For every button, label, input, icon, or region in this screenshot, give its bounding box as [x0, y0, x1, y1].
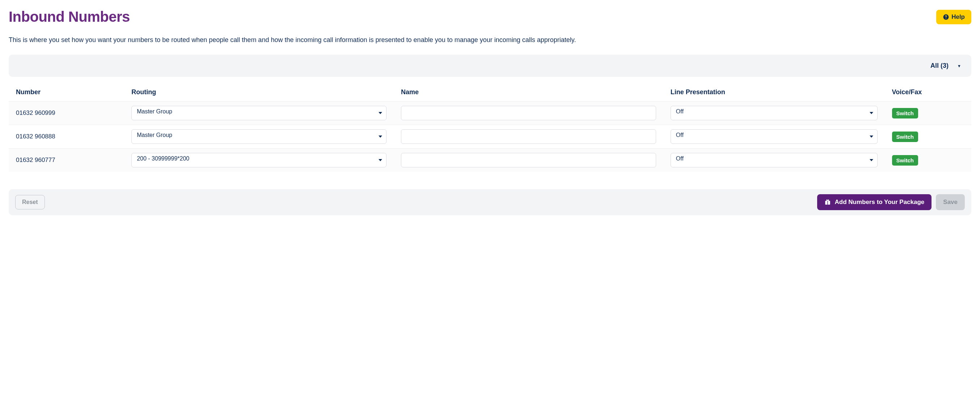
line-presentation-select[interactable]: Off: [671, 153, 878, 168]
add-numbers-button[interactable]: Add Numbers to Your Package: [817, 194, 932, 210]
table-row: 01632 960888 Master Group Off Switch: [9, 125, 971, 149]
column-header-name: Name: [394, 83, 663, 101]
help-button[interactable]: Help: [936, 10, 971, 24]
add-numbers-button-label: Add Numbers to Your Package: [835, 198, 924, 206]
routing-select[interactable]: 200 - 30999999*200: [131, 153, 387, 168]
table-row: 01632 960777 200 - 30999999*200 Off Swit…: [9, 149, 971, 172]
line-presentation-select[interactable]: Off: [671, 106, 878, 120]
filter-select[interactable]: All (3) ▼: [928, 60, 964, 72]
column-header-line-presentation: Line Presentation: [663, 83, 885, 101]
routing-select[interactable]: Master Group: [131, 129, 387, 144]
help-icon: [943, 14, 949, 20]
svg-rect-4: [828, 201, 828, 205]
number-cell: 01632 960888: [9, 125, 124, 149]
chevron-down-icon: ▼: [957, 64, 961, 68]
line-presentation-select[interactable]: Off: [671, 129, 878, 144]
name-input[interactable]: [401, 129, 656, 144]
table-row: 01632 960999 Master Group Off Switch: [9, 101, 971, 125]
column-header-voice-fax: Voice/Fax: [885, 83, 971, 101]
voice-fax-switch-button[interactable]: Switch: [892, 155, 918, 166]
column-header-number: Number: [9, 83, 124, 101]
save-button[interactable]: Save: [936, 194, 965, 210]
footer-bar: Reset Add Numbers to Your Package Save: [9, 189, 971, 215]
routing-select[interactable]: Master Group: [131, 106, 387, 120]
help-button-label: Help: [951, 13, 965, 21]
number-cell: 01632 960999: [9, 101, 124, 125]
reset-button[interactable]: Reset: [15, 195, 45, 209]
voice-fax-switch-button[interactable]: Switch: [892, 108, 918, 118]
name-input[interactable]: [401, 153, 656, 168]
filter-bar: All (3) ▼: [9, 55, 971, 77]
svg-point-1: [946, 18, 947, 19]
name-input[interactable]: [401, 106, 656, 120]
gift-icon: [824, 199, 831, 206]
page-title: Inbound Numbers: [9, 9, 130, 25]
column-header-routing: Routing: [124, 83, 394, 101]
voice-fax-switch-button[interactable]: Switch: [892, 131, 918, 142]
number-cell: 01632 960777: [9, 149, 124, 172]
filter-select-label: All (3): [931, 62, 948, 70]
inbound-numbers-table: Number Routing Name Line Presentation Vo…: [9, 83, 971, 172]
page-description: This is where you set how you want your …: [9, 35, 971, 45]
